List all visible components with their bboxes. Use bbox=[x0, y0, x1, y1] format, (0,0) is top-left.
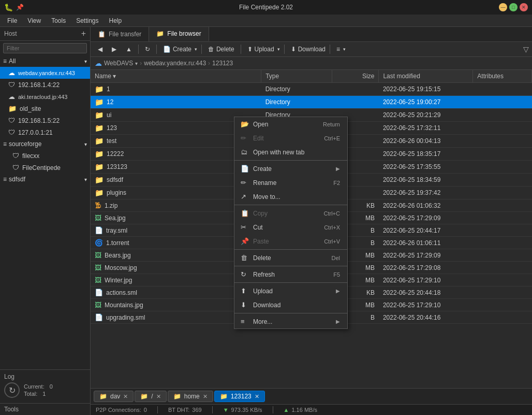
menu-tools[interactable]: Tools bbox=[46, 16, 71, 25]
btab-home[interactable]: 📁 home ✕ bbox=[168, 391, 213, 402]
ctx-label-cut: Cut bbox=[253, 224, 263, 231]
context-menu-item-move-to[interactable]: ↗ Move to... bbox=[234, 190, 347, 204]
ctx-label-paste: Paste bbox=[253, 238, 269, 245]
sidebar-item-filecxx-label: filecxx bbox=[22, 152, 39, 160]
ctx-icon-copy: 📋 bbox=[241, 209, 249, 217]
refresh-button[interactable]: ↻ bbox=[141, 44, 154, 54]
torrent-icon: 🌀 bbox=[95, 239, 103, 247]
col-header-size[interactable]: Size bbox=[332, 70, 379, 83]
ctx-shortcut-edit: Ctrl+E bbox=[324, 135, 340, 141]
context-menu-item-cut[interactable]: ✂ Cut Ctrl+X bbox=[234, 220, 347, 234]
breadcrumb-path[interactable]: 123123 bbox=[212, 60, 233, 67]
ctx-icon-rename: ✏ bbox=[241, 179, 249, 187]
context-menu-sep bbox=[234, 313, 347, 313]
sidebar-group-sourceforge[interactable]: ≡ sourceforge ▾ bbox=[0, 138, 90, 150]
back-button[interactable]: ◀ bbox=[94, 44, 107, 54]
sdfsdf-group-icon: ≡ bbox=[3, 176, 7, 183]
btab-123123[interactable]: 📁 123123 ✕ bbox=[214, 391, 265, 402]
more-button[interactable]: ≡ ▾ bbox=[332, 44, 348, 54]
cell-modified: 2022-06-26 01:06:11 bbox=[379, 237, 473, 249]
log-label: Log bbox=[4, 373, 86, 380]
sidebar-item-localhost[interactable]: 🛡 127.0.0.1:21 bbox=[0, 126, 90, 138]
breadcrumb-root[interactable]: WebDAVS ▾ bbox=[104, 60, 138, 67]
sidebar-item-filecxx[interactable]: 🛡 filecxx bbox=[0, 150, 90, 162]
sidebar-item-filecentipede[interactable]: 🛡 FileCentipede bbox=[0, 162, 90, 174]
menu-file[interactable]: File bbox=[2, 16, 22, 25]
sidebar-item-old-site[interactable]: 📁 old_site bbox=[0, 103, 90, 115]
table-row[interactable]: 📁 12 Directory 2022-06-25 19:00:27 bbox=[91, 96, 532, 109]
breadcrumb-sep-1: › bbox=[140, 60, 142, 67]
upload-label: Upload bbox=[255, 46, 274, 53]
file-icon: 📄 bbox=[95, 226, 103, 234]
upload-button[interactable]: ⬆ Upload ▾ bbox=[243, 44, 282, 54]
sidebar-item-ip2[interactable]: 🛡 192.168.1.5:22 bbox=[0, 115, 90, 126]
btab-dav-close[interactable]: ✕ bbox=[123, 393, 128, 400]
context-menu-item-paste[interactable]: 📌 Paste Ctrl+V bbox=[234, 234, 347, 248]
tab-file-browser[interactable]: 📁 File browser bbox=[149, 27, 209, 41]
ctx-right: ▶ bbox=[336, 319, 340, 324]
context-menu-item-rename[interactable]: ✏ Rename F2 bbox=[234, 176, 347, 190]
up-button[interactable]: ▲ bbox=[122, 44, 136, 54]
context-menu: 📂 Open Return ✏ Edit Ctrl+E 🗂 bbox=[234, 117, 348, 329]
current-label: Current: bbox=[24, 383, 45, 390]
btab-root-close[interactable]: ✕ bbox=[156, 393, 161, 400]
btab-home-label: home bbox=[184, 393, 200, 400]
menu-help[interactable]: Help bbox=[104, 16, 127, 25]
btab-123123-label: 123123 bbox=[231, 393, 252, 400]
context-menu-item-copy[interactable]: 📋 Copy Ctrl+C bbox=[234, 206, 347, 220]
context-menu-item-delete[interactable]: 🗑 Delete Del bbox=[234, 251, 347, 265]
ctx-item-left: ⬇ Download bbox=[241, 301, 280, 309]
cell-attrs bbox=[473, 122, 532, 135]
breadcrumb-cloud-icon: ☁ bbox=[95, 59, 102, 67]
menu-settings[interactable]: Settings bbox=[71, 16, 104, 25]
sidebar-item-aki[interactable]: ☁ aki.teracloud.jp:443 bbox=[0, 91, 90, 103]
menu-view[interactable]: View bbox=[22, 16, 46, 25]
more-arrow: ▾ bbox=[343, 47, 346, 52]
toolbar: ◀ ▶ ▲ ↻ 📄 Create ▾ 🗑 Delete ⬆ Upload ▾ bbox=[91, 42, 532, 57]
close-button[interactable]: ✕ bbox=[520, 3, 528, 11]
context-menu-item-upload[interactable]: ⬆ Upload ▶ bbox=[234, 284, 347, 298]
delete-icon: 🗑 bbox=[208, 46, 214, 53]
btab-dav[interactable]: 📁 dav ✕ bbox=[94, 391, 134, 402]
context-menu-item-open[interactable]: 📂 Open Return bbox=[234, 117, 347, 131]
forward-button[interactable]: ▶ bbox=[108, 44, 121, 54]
breadcrumb-host[interactable]: webdav.yandex.ru:443 bbox=[144, 60, 206, 67]
cell-attrs bbox=[473, 224, 532, 237]
table-row[interactable]: 📁 1 Directory 2022-06-25 19:15:15 bbox=[91, 83, 532, 96]
create-button[interactable]: 📄 Create ▾ bbox=[159, 44, 199, 54]
col-header-type[interactable]: Type bbox=[261, 70, 332, 83]
sidebar-group-sdfsdf[interactable]: ≡ sdfsdf ▾ bbox=[0, 174, 90, 185]
file-transfer-icon: 📋 bbox=[98, 31, 106, 38]
folder-icon: 📁 bbox=[95, 124, 104, 132]
col-header-attrs[interactable]: Attributes bbox=[473, 70, 532, 83]
tab-file-transfer[interactable]: 📋 File transfer bbox=[91, 27, 149, 41]
minimize-button[interactable]: — bbox=[499, 3, 507, 11]
file-icon: 📄 bbox=[95, 289, 103, 296]
sidebar-item-webdav[interactable]: ☁ webdav.yandex.ru:443 bbox=[0, 67, 90, 79]
btab-root[interactable]: 📁 / ✕ bbox=[135, 391, 166, 402]
add-host-button[interactable]: + bbox=[81, 29, 86, 38]
btab-home-close[interactable]: ✕ bbox=[203, 393, 208, 400]
context-menu-item-create[interactable]: 📄 Create ▶ bbox=[234, 162, 347, 176]
filter-input[interactable] bbox=[3, 43, 87, 53]
chevron-icon: ▾ bbox=[84, 59, 87, 64]
context-menu-item-more[interactable]: ≡ More... ▶ bbox=[234, 314, 347, 328]
sidebar-item-ip1[interactable]: 🛡 192.168.1.4:22 bbox=[0, 79, 90, 91]
filter-button[interactable]: ▽ bbox=[523, 45, 529, 53]
titlebar: 🐛 📌 File Centipede 2.02 — □ ✕ bbox=[0, 0, 532, 15]
context-menu-item-refresh[interactable]: ↻ Refresh F5 bbox=[234, 267, 347, 281]
toolbar-sep-3 bbox=[201, 45, 202, 54]
sidebar-all-icon: ≡ bbox=[3, 58, 7, 65]
sidebar-group-all[interactable]: ≡ All ▾ bbox=[0, 55, 90, 67]
delete-button[interactable]: 🗑 Delete bbox=[204, 44, 239, 54]
download-button[interactable]: ⬇ Download bbox=[287, 44, 328, 54]
col-header-name[interactable]: Name ▾ bbox=[91, 70, 261, 83]
context-menu-item-download[interactable]: ⬇ Download bbox=[234, 298, 347, 312]
ctx-icon-upload: ⬆ bbox=[241, 287, 249, 295]
maximize-button[interactable]: □ bbox=[509, 3, 518, 11]
btab-123123-close[interactable]: ✕ bbox=[255, 393, 259, 400]
img-icon: 🖼 bbox=[95, 214, 101, 222]
col-header-modified[interactable]: Last modified bbox=[379, 70, 473, 83]
context-menu-item-edit[interactable]: ✏ Edit Ctrl+E bbox=[234, 131, 347, 145]
context-menu-item-open-new-tab[interactable]: 🗂 Open with new tab bbox=[234, 145, 347, 159]
